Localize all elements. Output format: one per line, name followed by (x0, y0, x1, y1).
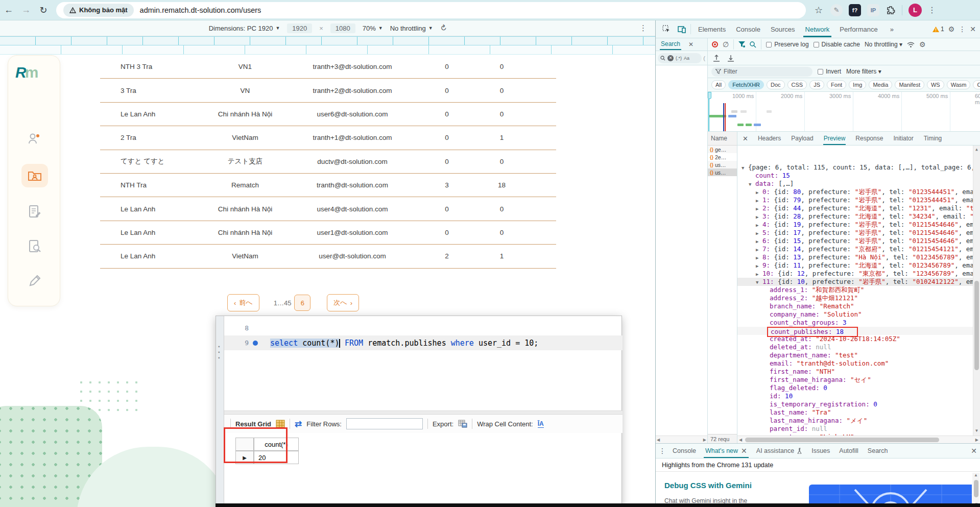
json-tree-line[interactable]: count_publishes: 18 (737, 327, 980, 335)
timeline-handle[interactable] (708, 92, 711, 99)
json-tree-line[interactable]: deleted_at: null (737, 343, 980, 351)
search-panel-close-icon[interactable]: ✕ (688, 41, 694, 48)
table-row[interactable]: Le Lan AnhChi nhánh Hà Nộiuser6@dt-solut… (100, 103, 556, 126)
json-tree-line[interactable]: last_name_hiragana: "メイ" (737, 417, 980, 425)
json-tree-line[interactable]: first_name_hiragana: "セイ" (737, 376, 980, 384)
devtools-menu-icon[interactable]: ⋮ (959, 25, 966, 33)
browser-menu-icon[interactable]: ⋮ (928, 5, 936, 15)
throttle-select[interactable]: No throttling ▼ (390, 25, 433, 32)
preserve-log-checkbox[interactable]: Preserve log (766, 41, 808, 48)
json-tree-line[interactable]: address_1: "和賀郡西和賀町" (737, 286, 980, 294)
json-tree-line[interactable]: ▶6: {id: 15, prefecture: "岩手県", tel: "01… (737, 237, 980, 245)
filter-chip-doc[interactable]: Doc (767, 80, 785, 89)
extension-pencil-icon[interactable]: ✎ (830, 4, 843, 16)
next-page-button[interactable]: 次へ › (327, 294, 359, 311)
json-tree-line[interactable]: address_2: "越中畑12121" (737, 294, 980, 302)
url-text[interactable]: admin.rematch.dt-solution.com/users (140, 6, 261, 14)
editor-result-splitter[interactable] (224, 411, 623, 415)
extensions-puzzle-icon[interactable] (886, 5, 896, 15)
network-settings-icon[interactable]: ⚙ (919, 40, 926, 49)
table-row[interactable]: Le Lan AnhVietNamuser@dt-solution.com21 (100, 245, 556, 268)
search-query-input[interactable]: ✕ (.*) Aa (658, 53, 702, 63)
preview-vscrollbar[interactable]: ▲▼ (973, 146, 980, 436)
filter-chip-img[interactable]: Img (849, 80, 866, 89)
disable-cache-checkbox[interactable]: Disable cache (814, 41, 860, 48)
request-name-header[interactable]: Name (708, 132, 737, 146)
json-tree-line[interactable]: department_name: "test" (737, 351, 980, 359)
json-tree-line[interactable]: ▼{page: 6, total: 115, count: 15, data: … (737, 163, 980, 172)
pen-icon[interactable] (21, 269, 48, 293)
filter-chip-wasm[interactable]: Wasm (947, 80, 971, 89)
network-conditions-icon[interactable] (907, 42, 915, 47)
json-tree-line[interactable]: last_name: "Tra" (737, 408, 980, 417)
settings-gear-icon[interactable]: ⚙ (948, 25, 955, 33)
json-tree-line[interactable]: flag_deleted: 0 (737, 384, 980, 392)
tree-toggle-icon[interactable]: ▶ (756, 229, 762, 237)
case-toggle[interactable]: Aa (684, 56, 689, 61)
json-tree-line[interactable]: count: 15 (737, 172, 980, 180)
table-row[interactable]: Le Lan AnhChi nhánh Hà Nộiuser1@dt-solut… (100, 221, 556, 245)
close-request-icon[interactable]: ✕ (743, 135, 748, 142)
tree-toggle-icon[interactable]: ▶ (756, 213, 762, 221)
network-search-icon[interactable] (750, 41, 756, 48)
filter-funnel-icon[interactable] (738, 41, 745, 47)
json-tree-line[interactable]: id: 10 (737, 392, 980, 400)
filter-rows-input[interactable] (346, 418, 423, 429)
regex-toggle[interactable]: (.*) (676, 56, 682, 61)
height-field[interactable]: 1080 (330, 23, 355, 33)
record-network-icon[interactable] (712, 41, 718, 47)
zoom-select[interactable]: 70% ▼ (363, 25, 383, 32)
row-marker[interactable]: ▶ (235, 451, 254, 464)
request-row[interactable]: {}2e… (708, 153, 737, 161)
more-filters-select[interactable]: More filters ▾ (846, 68, 881, 75)
filter-chip-manifest[interactable]: Manifest (895, 80, 924, 89)
media-query-bar-1[interactable] (0, 36, 655, 45)
clear-search-icon[interactable]: ✕ (667, 55, 674, 61)
more-panels-chevron[interactable]: » (885, 21, 899, 37)
forward-icon[interactable]: → (17, 5, 35, 15)
json-tree-line[interactable]: email: "tranth@dt-solution.com" (737, 359, 980, 368)
filter-chip-fetchxhr[interactable]: Fetch/XHR (728, 80, 764, 89)
whats-new-heading[interactable]: Debug CSS with Gemini (664, 481, 752, 490)
tab-preview[interactable]: Preview (823, 132, 846, 144)
security-chip[interactable]: Không bảo mật (63, 4, 134, 17)
whats-new-close-icon[interactable]: ✕ (741, 447, 747, 455)
json-tree-line[interactable]: ▶10: {id: 12, prefecture: "東京都", tel: "1… (737, 270, 980, 278)
issues-warning-badge[interactable]: 1 (933, 26, 944, 33)
current-page[interactable]: 6 (294, 295, 310, 311)
drawer-tab-aiassistance[interactable]: AI assistance (752, 444, 807, 457)
tab-performance[interactable]: Performance (834, 21, 882, 37)
table-row[interactable]: NTH 3 TraVN1tranth+3@dt-solution.com00 (100, 55, 556, 79)
request-row[interactable]: {}us… (708, 168, 737, 176)
omnibox[interactable]: Không bảo mật admin.rematch.dt-solution.… (56, 2, 806, 18)
json-tree-line[interactable]: is_temporary_registration: 0 (737, 400, 980, 408)
tree-toggle-icon[interactable]: ▶ (756, 246, 762, 254)
drawer-menu-icon[interactable]: ⋮ (659, 447, 666, 455)
reload-icon[interactable]: ↻ (35, 5, 52, 16)
filter-chip-js[interactable]: JS (809, 80, 824, 89)
json-tree-line[interactable]: branch_name: "Rematch" (737, 302, 980, 310)
json-tree-line[interactable]: ▶1: {id: 79, prefecture: "岩手県", tel: "01… (737, 196, 980, 204)
network-filter-input[interactable]: Filter (711, 67, 812, 77)
json-tree-line[interactable]: parent_name: "Linh LH" (737, 433, 980, 436)
sql-query-text[interactable]: select count(*) FROM rematch.publishes w… (262, 339, 538, 348)
tree-toggle-icon[interactable]: ▼ (749, 180, 755, 188)
export-save-icon[interactable] (458, 420, 467, 428)
tab-headers[interactable]: Headers (757, 132, 781, 144)
drawer-close-icon[interactable]: ✕ (971, 447, 977, 455)
json-tree-line[interactable]: ▶2: {id: 44, prefecture: "北海道", tel: "12… (737, 204, 980, 212)
users-icon[interactable] (21, 127, 48, 151)
width-field[interactable]: 1920 (287, 23, 312, 33)
tree-toggle-icon[interactable]: ▶ (756, 262, 762, 270)
sql-line-9[interactable]: 9 select count(*) FROM rematch.publishes… (224, 335, 623, 350)
count-value-cell[interactable]: 20 (254, 451, 299, 464)
tab-response[interactable]: Response (855, 132, 883, 144)
tree-toggle-icon[interactable]: ▶ (756, 188, 762, 197)
drawer-tab-search[interactable]: Search (863, 444, 893, 457)
tree-toggle-icon[interactable]: ▶ (756, 221, 762, 229)
filter-chip-media[interactable]: Media (869, 80, 892, 89)
inspect-element-icon[interactable] (660, 23, 673, 35)
extension-f-icon[interactable]: f? (849, 4, 861, 16)
json-tree-line[interactable]: ▼data: [,…] (737, 180, 980, 188)
json-tree-line[interactable]: count_chat_groups: 3 (737, 319, 980, 327)
